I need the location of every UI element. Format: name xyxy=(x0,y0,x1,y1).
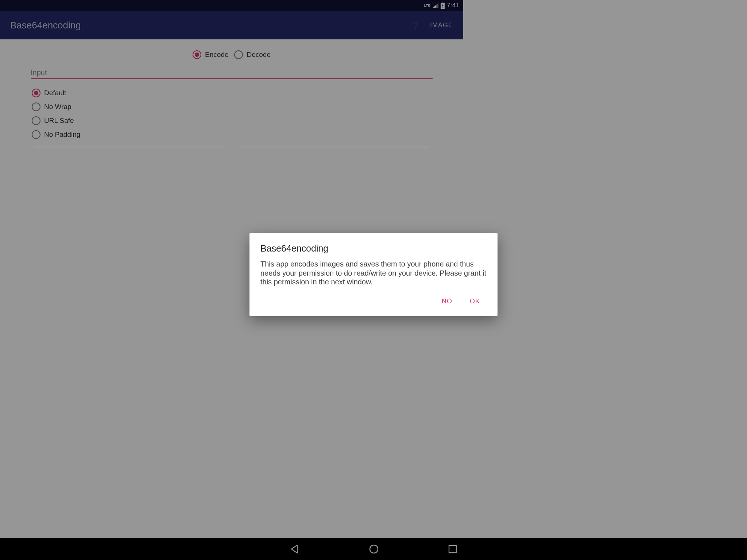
dialog-body: This app encodes images and saves them t… xyxy=(260,260,463,286)
no-button[interactable]: NO xyxy=(440,295,454,308)
modal-scrim[interactable]: Base64encoding This app encodes images a… xyxy=(0,0,463,347)
dialog-actions: NO OK xyxy=(260,295,463,310)
dialog-title: Base64encoding xyxy=(260,243,463,254)
permission-dialog: Base64encoding This app encodes images a… xyxy=(249,233,463,316)
